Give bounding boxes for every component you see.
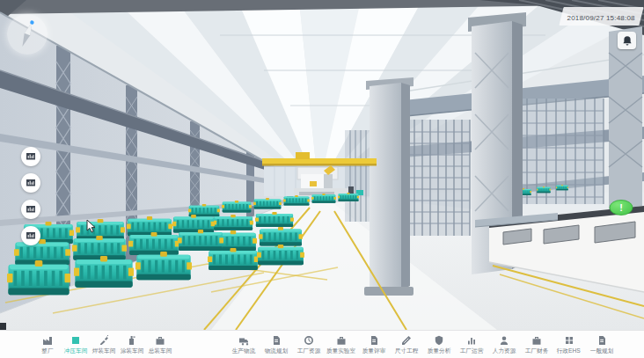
alert-marker-label: !: [619, 202, 623, 213]
corner-object: [0, 323, 6, 330]
nav-factory-resources-label: 工厂资源: [296, 347, 320, 354]
bottom-toolbar: 整厂冲压车间焊装车间涂装车间总装车间 生产物流物流规划工厂资源质量实验室质量评审…: [0, 330, 644, 358]
clock-icon: [304, 335, 314, 346]
dashboard-icon: [26, 151, 36, 162]
nav-factory-operations[interactable]: 工厂运营: [455, 334, 487, 354]
nav-logistics-planning-label: 物流规划: [264, 347, 288, 354]
truck-icon: [238, 335, 249, 346]
nav-production-logistics-label: 生产物流: [231, 347, 255, 354]
nav-admin-ehs[interactable]: 行政EHS: [553, 334, 585, 354]
weld-icon: [99, 335, 109, 346]
chart-icon: [466, 335, 477, 346]
case-icon: [336, 335, 347, 346]
nav-welding-shop-label: 焊装车间: [92, 347, 116, 354]
nav-admin-ehs-label: 行政EHS: [557, 347, 581, 354]
nav-welding-shop[interactable]: 焊装车间: [90, 334, 118, 354]
compass-widget[interactable]: [7, 14, 48, 55]
nav-general-planning[interactable]: 一般规划: [585, 334, 618, 354]
nav-quality-analysis-label: 质量分析: [427, 347, 450, 354]
panel-button-1[interactable]: [21, 147, 40, 166]
steel-column-mid: [364, 77, 413, 296]
compass-needle-icon: [19, 19, 35, 47]
nav-human-resources-label: 人力资源: [492, 347, 516, 354]
dashboard-icon: [26, 230, 36, 241]
ruler-icon: [401, 335, 412, 346]
grid-icon: [564, 335, 574, 346]
nav-dimension-engineering[interactable]: 尺寸工程: [390, 334, 422, 354]
nav-quality-review[interactable]: 质量评审: [357, 334, 390, 354]
doc-icon: [271, 335, 282, 346]
case-icon: [155, 335, 165, 346]
side-panel-buttons: [21, 147, 40, 245]
factory-icon: [42, 335, 53, 346]
case-icon: [531, 335, 542, 346]
nav-quality-review-label: 质量评审: [362, 347, 385, 354]
factory-3d-viewport[interactable]: !: [0, 0, 644, 330]
dashboard-icon: [26, 204, 36, 215]
bell-icon: [622, 35, 633, 46]
nav-factory-finance-label: 工厂财务: [524, 347, 548, 354]
paint-icon: [127, 335, 137, 346]
nav-factory-finance[interactable]: 工厂财务: [520, 334, 553, 354]
nav-stamping-shop-label: 冲压车间: [64, 347, 88, 354]
panel-button-3[interactable]: [21, 200, 40, 219]
doc-icon: [369, 335, 379, 346]
timestamp-text: 2018/09/27 15:48:08: [567, 14, 634, 22]
far-right-column: [609, 26, 642, 213]
nav-general-planning-label: 一般规划: [589, 347, 613, 354]
mouse-cursor: [86, 220, 97, 237]
digital-factory-app: !: [0, 0, 644, 358]
nav-painting-shop-label: 涂装车间: [121, 347, 144, 354]
nav-dimension-engineering-label: 尺寸工程: [394, 347, 418, 354]
nav-quality-lab[interactable]: 质量实验室: [325, 334, 357, 354]
workshop-nav-group: 整厂冲压车间焊装车间涂装车间总装车间: [33, 334, 174, 354]
nav-assembly-shop-label: 总装车间: [149, 347, 172, 354]
nav-factory-resources[interactable]: 工厂资源: [292, 334, 325, 354]
doc-icon: [596, 335, 607, 346]
nav-whole-plant[interactable]: 整厂: [33, 334, 62, 354]
nav-quality-analysis[interactable]: 质量分析: [422, 334, 455, 354]
dashboard-icon: [26, 178, 36, 188]
nav-assembly-shop[interactable]: 总装车间: [146, 334, 174, 354]
notification-button[interactable]: [618, 32, 636, 49]
nav-factory-operations-label: 工厂运营: [459, 347, 483, 354]
panel-button-2[interactable]: [21, 173, 40, 193]
timestamp-chip: 2018/09/27 15:48:08: [559, 7, 643, 26]
shield-icon: [434, 335, 444, 346]
nav-stamping-shop[interactable]: 冲压车间: [62, 334, 90, 354]
panel-button-4[interactable]: [21, 226, 40, 245]
nav-painting-shop[interactable]: 涂装车间: [118, 334, 146, 354]
nav-logistics-planning[interactable]: 物流规划: [260, 334, 292, 354]
alert-marker[interactable]: !: [610, 201, 633, 216]
module-nav-group: 生产物流物流规划工厂资源质量实验室质量评审尺寸工程质量分析工厂运营人力资源工厂财…: [227, 334, 618, 354]
person-icon: [499, 335, 509, 346]
nav-quality-lab-label: 质量实验室: [326, 347, 355, 354]
nav-whole-plant-label: 整厂: [41, 347, 53, 354]
press-icon: [70, 335, 81, 346]
nav-human-resources[interactable]: 人力资源: [487, 334, 520, 354]
nav-production-logistics[interactable]: 生产物流: [227, 334, 260, 354]
